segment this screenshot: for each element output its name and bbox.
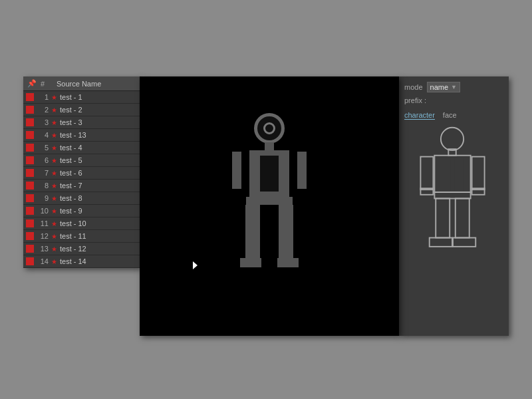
item-star-icon: ★ [51,245,57,253]
list-item[interactable]: 8 ★ test - 7 [23,180,140,192]
item-number: 7 [37,169,49,177]
svg-rect-6 [472,157,485,190]
robot-arm-left [232,152,241,189]
item-star-icon: ★ [51,233,57,240]
mode-value: name [430,83,449,91]
item-name: test - 12 [60,245,86,253]
item-star-icon: ★ [51,195,57,202]
item-number: 8 [37,182,49,190]
list-item[interactable]: 7 ★ test - 6 [23,167,140,180]
list-item[interactable]: 11 ★ test - 10 [23,217,140,230]
robot-figure [229,113,309,286]
item-name: test - 2 [60,106,82,114]
robot-neck [265,142,274,150]
robot-leg-right [279,205,293,258]
item-star-icon: ★ [51,170,57,177]
item-number: 6 [37,156,49,164]
item-name: test - 9 [60,207,82,215]
robot-head-inner [263,122,275,134]
item-color-box [26,232,34,240]
list-item[interactable]: 6 ★ test - 5 [23,154,140,167]
item-color-box [26,245,34,253]
tab-face[interactable]: face [443,111,457,120]
item-number: 10 [37,207,49,215]
list-item[interactable]: 9 ★ test - 8 [23,192,140,205]
item-star-icon: ★ [51,157,57,164]
prefix-label: prefix : [404,96,426,104]
item-star-icon: ★ [51,106,57,114]
list-item[interactable]: 3 ★ test - 3 [23,116,140,129]
item-color-box [26,131,34,139]
item-color-box [26,194,34,202]
item-number: 2 [37,106,49,114]
list-item[interactable]: 5 ★ test - 4 [23,142,140,154]
robot-head [254,113,285,144]
item-color-box [26,106,34,114]
robot-torso-inner [260,156,279,192]
mode-label: mode [404,83,423,91]
item-number: 9 [37,194,49,202]
svg-rect-7 [434,192,470,199]
item-number: 4 [37,131,49,139]
item-star-icon: ★ [51,119,57,126]
dropdown-arrow-icon: ▼ [451,84,457,90]
item-number: 11 [37,219,49,227]
header-hash: # [41,80,53,88]
svg-rect-9 [456,198,469,237]
item-number: 14 [37,257,49,265]
item-star-icon: ★ [51,258,57,265]
character-outline-svg [404,125,501,258]
list-item[interactable]: 1 ★ test - 1 [23,91,140,104]
list-item[interactable]: 13 ★ test - 12 [23,243,140,255]
robot-arm-right [297,152,307,189]
mode-row: mode name ▼ [404,82,503,92]
item-color-box [26,219,34,227]
item-star-icon: ★ [51,144,57,152]
left-panel-header: 📌 # Source Name [23,76,140,91]
list-item[interactable]: 14 ★ test - 14 [23,255,140,268]
tab-character[interactable]: character [404,111,435,120]
svg-rect-10 [430,238,452,247]
item-name: test - 6 [60,169,82,177]
right-panel: mode name ▼ prefix : character face [399,76,509,336]
robot-waist [246,197,293,205]
item-star-icon: ★ [51,132,57,139]
item-color-box [26,207,34,215]
svg-rect-11 [453,238,475,247]
source-list: 1 ★ test - 1 2 ★ test - 2 3 ★ test - 3 4… [23,91,140,268]
main-container: 📌 # Source Name 1 ★ test - 1 2 ★ test - … [23,76,509,336]
svg-point-0 [441,128,464,150]
cursor-icon [193,261,198,269]
item-star-icon: ★ [51,94,57,101]
item-star-icon: ★ [51,207,57,215]
item-name: test - 3 [60,118,82,126]
item-number: 1 [37,93,49,101]
item-number: 5 [37,144,49,152]
mode-dropdown[interactable]: name ▼ [427,82,460,92]
list-item[interactable]: 4 ★ test - 13 [23,129,140,142]
item-color-box [26,118,34,126]
list-item[interactable]: 12 ★ test - 11 [23,230,140,243]
item-name: test - 13 [60,131,86,139]
item-name: test - 5 [60,156,82,164]
robot-foot-left [240,258,261,267]
list-item[interactable]: 10 ★ test - 9 [23,205,140,217]
list-item[interactable]: 2 ★ test - 2 [23,104,140,116]
robot-foot-right [277,258,299,267]
item-color-box [26,144,34,152]
center-panel [140,76,399,336]
header-source-name: Source Name [57,80,101,88]
tabs-row: character face [404,111,503,120]
item-color-box [26,169,34,177]
robot-torso [249,150,289,197]
svg-rect-5 [420,157,433,190]
item-color-box [26,93,34,101]
item-number: 12 [37,232,49,240]
item-color-box [26,156,34,164]
item-name: test - 10 [60,219,86,227]
item-name: test - 1 [60,93,82,101]
item-color-box [26,182,34,190]
item-name: test - 14 [60,257,86,265]
pin-icon: 📌 [27,79,37,88]
item-star-icon: ★ [51,220,57,227]
